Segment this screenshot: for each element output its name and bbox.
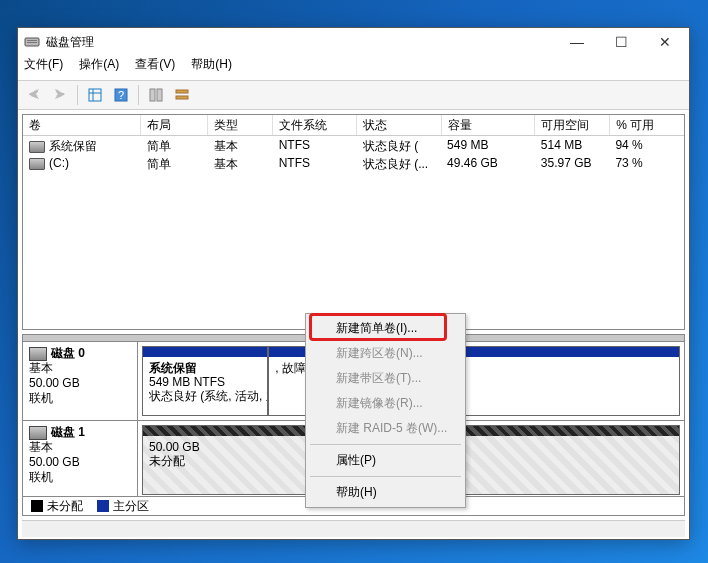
legend-unallocated-label: 未分配: [47, 499, 83, 513]
toolbar-separator: [77, 85, 78, 105]
disk-icon: [29, 347, 47, 361]
col-pctfree[interactable]: % 可用: [610, 115, 684, 135]
ctx-new-spanned-volume: 新建跨区卷(N)...: [308, 341, 463, 366]
menu-action[interactable]: 操作(A): [77, 56, 121, 76]
swatch-primary: [97, 500, 109, 512]
disk-info[interactable]: 磁盘 0基本50.00 GB联机: [23, 342, 138, 420]
ctx-new-simple-volume[interactable]: 新建简单卷(I)...: [308, 316, 463, 341]
col-capacity[interactable]: 容量: [442, 115, 536, 135]
app-icon: [24, 34, 40, 50]
disk-info[interactable]: 磁盘 1基本50.00 GB联机: [23, 421, 138, 496]
legend-primary: 主分区: [97, 498, 149, 515]
disk-icon: [29, 426, 47, 440]
svg-rect-3: [89, 89, 101, 101]
svg-rect-8: [150, 89, 155, 101]
list-button[interactable]: [170, 83, 194, 107]
menu-file[interactable]: 文件(F): [22, 56, 65, 76]
menubar: 文件(F) 操作(A) 查看(V) 帮助(H): [18, 56, 689, 80]
volume-list-header: 卷 布局 类型 文件系统 状态 容量 可用空间 % 可用: [23, 115, 684, 136]
svg-rect-2: [27, 42, 37, 43]
drive-icon: [29, 141, 45, 153]
menu-view[interactable]: 查看(V): [133, 56, 177, 76]
toolbar-separator: [138, 85, 139, 105]
minimize-button[interactable]: —: [555, 28, 599, 56]
window-title: 磁盘管理: [46, 34, 555, 51]
col-fs[interactable]: 文件系统: [273, 115, 357, 135]
legend-primary-label: 主分区: [113, 499, 149, 513]
ctx-separator: [310, 476, 461, 477]
toolbar: ⮜ ⮞ ?: [18, 80, 689, 110]
menu-help[interactable]: 帮助(H): [189, 56, 234, 76]
ctx-separator: [310, 444, 461, 445]
ctx-help[interactable]: 帮助(H): [308, 480, 463, 505]
close-button[interactable]: ✕: [643, 28, 687, 56]
col-type[interactable]: 类型: [208, 115, 273, 135]
ctx-new-mirror-volume: 新建镜像卷(R)...: [308, 391, 463, 416]
col-layout[interactable]: 布局: [141, 115, 208, 135]
help-button[interactable]: ?: [109, 83, 133, 107]
maximize-button[interactable]: ☐: [599, 28, 643, 56]
forward-button: ⮞: [48, 83, 72, 107]
volume-row[interactable]: (C:)简单基本NTFS状态良好 (...49.46 GB35.97 GB73 …: [23, 154, 684, 172]
refresh-button[interactable]: [144, 83, 168, 107]
ctx-properties[interactable]: 属性(P): [308, 448, 463, 473]
context-menu: 新建简单卷(I)... 新建跨区卷(N)... 新建带区卷(T)... 新建镜像…: [305, 313, 466, 508]
svg-rect-11: [176, 96, 188, 99]
svg-rect-10: [176, 90, 188, 93]
swatch-unallocated: [31, 500, 43, 512]
svg-rect-9: [157, 89, 162, 101]
view-small-button[interactable]: [83, 83, 107, 107]
svg-text:?: ?: [118, 89, 124, 101]
titlebar: 磁盘管理 — ☐ ✕: [18, 28, 689, 56]
volume-list-body: 系统保留简单基本NTFS状态良好 (549 MB514 MB94 %(C:)简单…: [23, 136, 684, 329]
svg-rect-1: [27, 40, 37, 41]
col-volume[interactable]: 卷: [23, 115, 141, 135]
back-button: ⮜: [22, 83, 46, 107]
drive-icon: [29, 158, 45, 170]
legend-unallocated: 未分配: [31, 498, 83, 515]
volume-row[interactable]: 系统保留简单基本NTFS状态良好 (549 MB514 MB94 %: [23, 136, 684, 154]
col-status[interactable]: 状态: [357, 115, 441, 135]
volume-list[interactable]: 卷 布局 类型 文件系统 状态 容量 可用空间 % 可用 系统保留简单基本NTF…: [22, 114, 685, 330]
ctx-new-striped-volume: 新建带区卷(T)...: [308, 366, 463, 391]
status-bar: [22, 520, 685, 537]
partition-primary[interactable]: 系统保留549 MB NTFS状态良好 (系统, 活动, 主分区): [142, 346, 268, 416]
col-free[interactable]: 可用空间: [535, 115, 610, 135]
ctx-new-raid5-volume: 新建 RAID-5 卷(W)...: [308, 416, 463, 441]
